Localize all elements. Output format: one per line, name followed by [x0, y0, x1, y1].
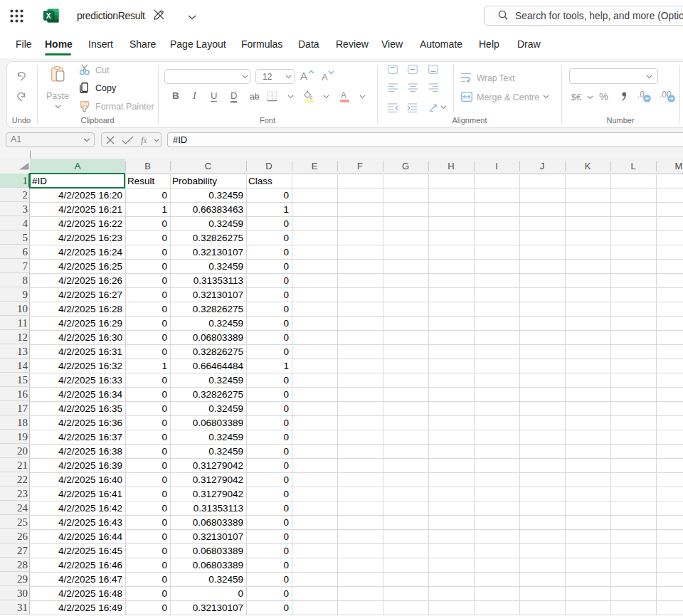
svg-text:X: X: [46, 12, 51, 20]
